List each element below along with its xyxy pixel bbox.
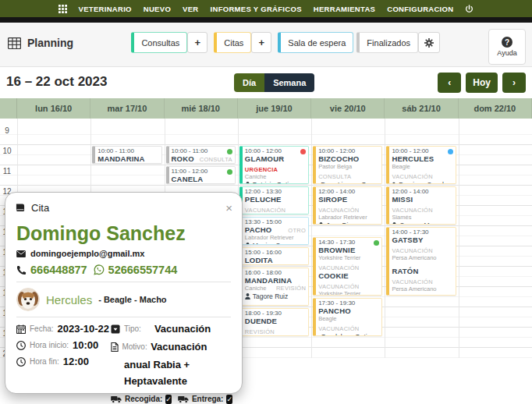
event-type: VACUNACIÓN (392, 173, 432, 180)
calendar-event[interactable]: 10:00 - 12:00GLAMOURURGENCIACanichePatri… (239, 146, 309, 184)
nav-informes[interactable]: INFORMES Y GRÁFICOS (211, 5, 302, 13)
event-owner: Jose Diaz (318, 221, 379, 225)
owner-name: Domingo Sanchez (16, 222, 231, 245)
prev-week-button[interactable]: ‹ (438, 73, 461, 93)
event-time: 12:00 - 13:30 (245, 188, 306, 195)
divider (16, 282, 231, 282)
nav-configuracion[interactable]: CONFIGURACION (387, 5, 453, 13)
envelope-icon (16, 250, 26, 257)
event-type: VACUNACIÓN (318, 264, 359, 271)
time-label: 10 (0, 147, 14, 155)
status-dot (227, 169, 232, 175)
day-header: dom 22/10 (459, 98, 532, 119)
day-header: mar 17/10 (90, 98, 164, 119)
appointment-popup: Cita × Domingo Sanchez domingoejemplo@gm… (5, 192, 243, 394)
today-button[interactable]: Hoy (466, 73, 498, 93)
pet-name: ROKO (172, 154, 194, 163)
event-owner: Domingo Sanchez (392, 181, 452, 184)
filter-settings-button[interactable] (418, 32, 440, 53)
time-label: 11 (0, 167, 14, 175)
event-owner: Susana Morena (392, 221, 452, 225)
calendar-event[interactable]: 12:00 - 14:00SIROPEVACUNACIÓNLabrador Re… (313, 186, 382, 225)
whatsapp-link[interactable]: 52666557744 (94, 264, 178, 276)
add-cita-button[interactable]: + (251, 32, 271, 53)
calendar-event[interactable]: 14:30 - 17:30BROWNIEYorkshire TerrierVAC… (313, 237, 382, 296)
calendar-event[interactable]: 12:00 - 14:00MISSIVACUNACIÓNSiamésSusana… (386, 186, 456, 225)
clock-icon (16, 357, 26, 367)
nav-nuevo[interactable]: NUEVO (144, 5, 171, 13)
event-type: VACUNACIÓN (392, 207, 432, 214)
event-time: 18:00 - 19:30 (245, 310, 306, 317)
caret-square-icon (111, 324, 120, 334)
entrega-checkbox[interactable]: ✓ (226, 395, 232, 404)
pet-breed: Caniche (245, 173, 267, 180)
day-header: mié 18/10 (165, 98, 238, 119)
calendar-event[interactable]: 10:00 - 11:00ROKOCONSULTA (166, 146, 236, 164)
filter-citas-button[interactable]: Citas (214, 32, 251, 53)
pet-name: GATSBY (392, 236, 423, 244)
page-title: Planning (27, 37, 73, 49)
nav-veterinario[interactable]: VETERINARIO (79, 5, 132, 13)
power-icon[interactable] (465, 5, 473, 13)
motivo-label: Motivo: (122, 342, 147, 351)
truck-icon (111, 395, 122, 403)
recogida-label: Recogida: (125, 395, 162, 403)
recogida-checkbox[interactable]: ✓ (165, 395, 172, 404)
pet-breed: Beagle (318, 315, 336, 322)
pet-name-link[interactable]: Hercules (46, 293, 92, 307)
filter-sala-espera-button[interactable]: Sala de espera (278, 32, 353, 53)
toggle-week-button[interactable]: Semana (264, 73, 314, 92)
next-week-button[interactable]: › (502, 73, 526, 93)
filter-consultas-button[interactable]: Consultas (131, 32, 187, 53)
calendar-event[interactable]: 10:00 - 12:00BIZCOCHOPastor BelgaCONSULT… (313, 146, 382, 184)
entrega-label: Entrega: (192, 395, 224, 403)
pet-breed: Yorkshire Terrier (318, 290, 360, 296)
book-icon (15, 203, 26, 212)
hora-inicio-label: Hora inicio: (30, 341, 69, 349)
nav-ver[interactable]: VER (183, 5, 198, 13)
status-dot (227, 149, 232, 154)
calendar-event[interactable]: 15:00 - 16:00LODITACONSULTA (239, 247, 309, 265)
phone-link[interactable]: 666448877 (16, 264, 87, 276)
calendar-event[interactable]: 10:00 - 11:00MANDARINA (92, 146, 161, 164)
calendar-event[interactable]: 17:30 - 19:30PANCHOBeagleVACUNACIÓNGuada… (313, 298, 382, 336)
filter-finalizados-button[interactable]: Finalizados (356, 32, 418, 53)
planning-table-icon (8, 37, 21, 49)
pet-name: HERCULES (392, 154, 434, 163)
calendar-event[interactable]: 12:00 - 13:30PELUCHEVACUNACIÓNCotón de t… (239, 186, 309, 214)
event-type: VACUNACIÓN (318, 207, 359, 214)
owner-email: domingoejemplo@gmail.mx (30, 249, 144, 258)
event-type: URGENCIA (245, 166, 278, 173)
pet-name: PANCHO (318, 307, 351, 315)
help-button[interactable]: ? Ayuda (488, 29, 526, 65)
day-header: vie 20/10 (311, 98, 385, 119)
pet-name: COOKIE (318, 271, 349, 280)
pet-name: PELUCHE (245, 195, 282, 204)
date-range-label: 16 – 22 oct 2023 (6, 74, 107, 90)
close-icon[interactable]: × (225, 202, 232, 214)
calendar-event[interactable]: 16:00 - 18:00MANDARINACanicheREVISIÓNTag… (239, 268, 309, 306)
help-label: Ayuda (497, 49, 516, 57)
pet-avatar (16, 288, 40, 311)
event-type: VACUNACIÓN (392, 247, 432, 254)
nav-herramientas[interactable]: HERRAMIENTAS (314, 5, 375, 13)
calendar-event[interactable]: 10:00 - 12:00HERCULESBeagleVACUNACIÓNDom… (386, 146, 456, 184)
pet-breed: Pastor Belga (318, 163, 352, 170)
page-header: Planning Consultas + Citas + Sala de esp… (0, 23, 532, 67)
navbar-shadow-strip (0, 17, 532, 23)
event-time: 10:00 - 11:00 (172, 147, 232, 154)
calendar-event[interactable]: 18:00 - 19:30DUENDEREVISIÓNRatoneroClaud… (239, 308, 309, 336)
apps-grid-icon[interactable] (59, 5, 67, 13)
toggle-day-button[interactable]: Día (234, 73, 264, 92)
add-consulta-button[interactable]: + (187, 32, 207, 53)
pet-name: CANELA (172, 175, 204, 183)
calendar-event[interactable]: 11:00 - 12:00CANELA (166, 166, 236, 184)
calendar-event[interactable]: 14:00 - 17:30GATSBYVACUNACIÓNPersa Ameri… (386, 227, 456, 296)
tipo-value: Vacunación (154, 323, 211, 335)
day-header: sáb 21/10 (385, 98, 458, 119)
event-owner: Monica Sanz (245, 242, 306, 245)
pet-name: GLAMOUR (245, 154, 284, 163)
pet-name: BIZCOCHO (318, 154, 359, 163)
calendar-event[interactable]: 13:30 - 15:00PACHOOTROLabrador Retriever… (239, 217, 309, 245)
pet-name: MANDARINA (98, 154, 144, 163)
